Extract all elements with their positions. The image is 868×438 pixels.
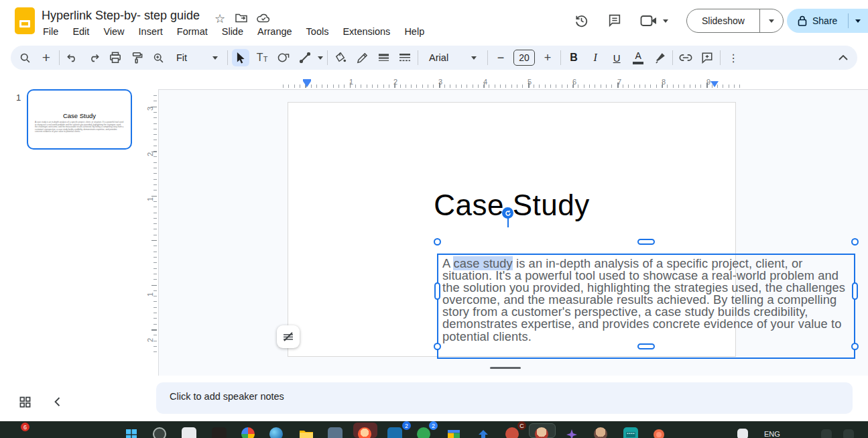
version-history-icon[interactable] [574,13,589,28]
start-button[interactable] [124,427,139,438]
add-comment-button[interactable] [698,49,716,66]
undo-button[interactable] [64,49,81,66]
border-color-icon[interactable] [353,49,371,66]
resize-handle-n[interactable] [637,239,655,245]
copilot-icon[interactable] [564,427,579,438]
insert-link-button[interactable] [677,49,694,66]
slide[interactable]: Case Study A case study is an in-depth a… [288,102,736,357]
indent-marker-left-triangle[interactable] [303,81,311,87]
move-folder-icon[interactable] [235,13,247,23]
increase-font-button[interactable]: + [539,49,556,66]
menu-edit[interactable]: Edit [71,25,90,38]
whatsapp-icon[interactable] [417,427,430,438]
textbox-tool[interactable]: TT [253,49,271,66]
resize-handle-ne[interactable] [851,238,859,245]
line-tool[interactable] [296,49,314,66]
menu-view[interactable]: View [102,25,125,38]
menu-format[interactable]: Format [176,25,209,38]
new-slide-button[interactable]: + [38,49,55,66]
speaker-notes[interactable]: Click to add speaker notes [156,382,853,414]
slideshow-button[interactable]: Slideshow [687,9,759,32]
text-color-button[interactable]: A [629,49,647,66]
hide-menus-button[interactable] [834,49,852,66]
menu-file[interactable]: File [42,25,60,38]
share-dropdown[interactable] [849,9,867,33]
zoom-select[interactable]: Fit [171,52,223,63]
print-button[interactable] [107,49,124,66]
chrome-icon[interactable] [241,427,255,438]
menu-extensions[interactable]: Extensions [341,25,391,38]
speaker-notes-placeholder: Click to add speaker notes [170,391,284,402]
menu-help[interactable]: Help [403,25,426,38]
cloud-status-icon[interactable] [257,13,270,23]
document-title[interactable]: Hyperlink Step-by- step guide [42,9,200,23]
profile-app-icon[interactable] [535,427,548,438]
more-options-button[interactable]: ⋮ [725,49,742,66]
highlight-color-button[interactable] [651,49,668,66]
powerpoint-icon[interactable] [652,427,666,438]
paint-format-icon[interactable] [128,49,145,66]
redo-button[interactable] [85,49,103,66]
slideshow-dropdown[interactable] [760,9,783,32]
menu-arrange[interactable]: Arrange [256,25,294,38]
menu-insert[interactable]: Insert [137,25,164,38]
resize-handle-e[interactable] [852,282,858,300]
grid-view-button[interactable] [16,393,34,410]
bold-button[interactable]: B [565,49,582,66]
shape-tool[interactable] [275,49,292,66]
zoom-icon[interactable] [149,49,167,66]
tray-network-icon[interactable] [821,429,832,438]
meet-dropdown-caret[interactable] [663,19,668,23]
star-icon[interactable]: ☆ [214,11,225,26]
tray-icon[interactable] [737,429,748,438]
resize-handle-w[interactable] [434,282,440,300]
underline-button[interactable]: U [608,49,625,66]
search-menus-icon[interactable] [16,49,34,66]
widgets-icon[interactable] [182,427,196,438]
italic-button[interactable]: I [586,49,604,66]
font-size-input[interactable]: 20 [513,50,535,66]
portfolio-icon[interactable] [328,427,343,438]
onedrive-icon[interactable] [476,427,491,438]
gmail-icon[interactable] [505,427,519,438]
decrease-font-button[interactable]: − [492,49,509,66]
notification-badge[interactable]: 6 [21,423,29,431]
border-dash-icon[interactable] [396,49,414,66]
resize-handle-sw[interactable] [434,343,441,350]
slides-logo[interactable] [15,7,35,34]
line-tool-caret[interactable] [318,56,323,60]
teams-icon[interactable] [387,427,402,438]
slide-thumbnail[interactable]: Case Study A case study is an in-depth a… [27,89,132,150]
body-text[interactable]: A case study is an in-depth analysis of … [442,258,853,343]
contact-avatar-icon[interactable] [594,427,607,438]
indent-marker-right[interactable] [710,81,719,87]
language-indicator[interactable]: ENG [764,430,780,438]
tray-volume-icon[interactable] [843,429,854,438]
notes-resize-handle[interactable] [490,367,521,369]
google-app-icon[interactable] [446,427,461,438]
keyboard-app-icon[interactable] [623,427,638,438]
header: Hyperlink Step-by- step guide ☆ File Edi… [0,0,868,42]
rotate-handle[interactable] [502,207,513,219]
menu-slide[interactable]: Slide [221,25,245,38]
resize-handle-s[interactable] [637,343,655,349]
collapse-filmstrip-button[interactable] [48,393,66,410]
font-family-select[interactable]: Arial [422,52,483,63]
meet-camera-icon[interactable] [640,15,658,27]
select-tool[interactable] [232,49,249,66]
opera-icon[interactable] [358,427,371,438]
ruler-number: 2 [146,152,154,156]
ruler-number: 1 [146,197,154,201]
comments-icon[interactable] [607,13,622,28]
border-weight-icon[interactable] [375,49,392,66]
file-explorer-icon[interactable] [299,427,314,438]
resize-handle-se[interactable] [851,343,859,350]
resize-handle-nw[interactable] [434,238,441,245]
terminal-icon[interactable] [212,427,227,438]
menu-tools[interactable]: Tools [305,25,330,38]
search-taskbar-icon[interactable] [153,427,166,438]
fill-color-icon[interactable] [332,49,349,66]
share-button[interactable]: Share [787,9,844,33]
autofit-button[interactable] [277,325,300,348]
edge-icon[interactable] [269,427,283,438]
